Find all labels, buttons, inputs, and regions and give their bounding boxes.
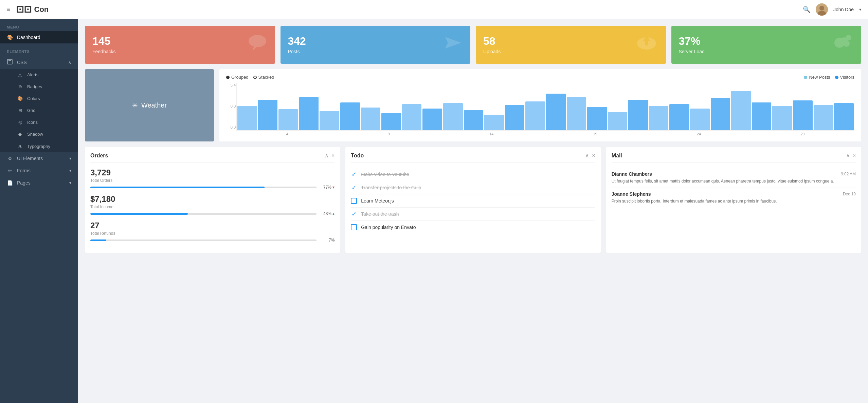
- typography-icon: A: [17, 143, 23, 149]
- stat-card-uploads: 58 Uploads: [476, 26, 666, 64]
- sidebar-item-alerts[interactable]: △ Alerts: [0, 69, 78, 81]
- topnav: ≡ ⊡⊡ Con 🔍 John Doe ▾: [0, 0, 868, 19]
- stat-value: 342: [288, 35, 306, 47]
- chart-bar: [834, 103, 854, 130]
- orders-metrics: 3,729 Total Orders 77% ▾ $7,180 Total In…: [90, 168, 334, 243]
- svg-marker-7: [445, 37, 461, 49]
- chart-right-legend: New Posts Visitors: [804, 75, 854, 80]
- chart-bar: [443, 103, 463, 130]
- metric-label: Total Refunds: [90, 231, 334, 236]
- todo-checkbox[interactable]: [351, 198, 357, 204]
- chart-bar: [484, 115, 504, 130]
- main-layout: MENU 🎨 Dashboard ELEMENTS CSS ∧ △ Alerts…: [0, 19, 868, 403]
- shadow-icon: ◆: [17, 132, 23, 137]
- chart-bar: [814, 105, 833, 130]
- stacked-label: Stacked: [258, 75, 274, 80]
- orders-close-btn[interactable]: ×: [331, 153, 334, 159]
- mail-item[interactable]: Joanne Stephens Dec 19 Proin suscipit lo…: [612, 188, 856, 208]
- grouped-legend[interactable]: Grouped: [226, 75, 249, 80]
- stat-card-left: 342 Posts: [288, 35, 306, 54]
- stat-card-feedbacks: 145 Feedbacks: [85, 26, 275, 64]
- weather-label: Weather: [141, 101, 167, 109]
- sidebar-item-label: Alerts: [27, 72, 38, 77]
- mail-items: Dianne Chambers 9:02 AM Ut feugiat tempu…: [612, 168, 856, 208]
- elements-section-label: ELEMENTS: [0, 43, 78, 56]
- user-dropdown-icon[interactable]: ▾: [859, 7, 861, 12]
- orders-title: Orders: [90, 153, 108, 159]
- mail-item[interactable]: Dianne Chambers 9:02 AM Ut feugiat tempu…: [612, 168, 856, 188]
- sidebar-item-typography[interactable]: A Typography: [0, 140, 78, 152]
- orders-panel-header: Orders ∧ ×: [90, 152, 334, 162]
- main-content: 145 Feedbacks 342 Posts: [78, 19, 868, 403]
- server-load-icon: [830, 33, 854, 57]
- order-metric: $7,180 Total Income 43% ▴: [90, 194, 334, 216]
- metric-value: $7,180: [90, 194, 334, 204]
- todo-checkbox[interactable]: [351, 224, 357, 230]
- progress-row: 77% ▾: [90, 185, 334, 190]
- y-max-label: 5.4: [226, 83, 236, 87]
- mail-header-row: Joanne Stephens Dec 19: [612, 191, 856, 197]
- sidebar-item-icons[interactable]: ◎ Icons: [0, 116, 78, 128]
- chart-bar: [772, 106, 792, 130]
- search-icon[interactable]: 🔍: [803, 6, 810, 13]
- todo-item: ✓ Transfer projects to the Gulp: [351, 181, 595, 194]
- sidebar-item-forms[interactable]: ✏ Forms ▾: [0, 165, 78, 177]
- forms-expand-icon: ▾: [69, 168, 71, 173]
- sidebar-item-label: Dashboard: [17, 35, 40, 40]
- chart-bar: [422, 109, 442, 130]
- sidebar-item-pages[interactable]: 📄 Pages ▾: [0, 177, 78, 189]
- sidebar-item-badges[interactable]: ⊕ Badges: [0, 81, 78, 93]
- stacked-legend[interactable]: Stacked: [253, 75, 274, 80]
- hamburger-icon[interactable]: ≡: [7, 6, 11, 13]
- progress-bar-bg: [90, 213, 317, 215]
- todo-collapse-btn[interactable]: ∧: [585, 152, 589, 159]
- stat-label: Posts: [288, 49, 306, 54]
- stat-value: 145: [92, 35, 115, 47]
- visitors-label: Visitors: [840, 75, 854, 80]
- metric-label: Total Income: [90, 205, 334, 209]
- sidebar-item-dashboard[interactable]: 🎨 Dashboard: [0, 31, 78, 43]
- todo-check-done[interactable]: ✓: [351, 185, 357, 191]
- feedbacks-icon: [247, 34, 268, 56]
- sidebar-item-ui-elements[interactable]: ⚙ UI Elements ▾: [0, 152, 78, 165]
- todo-text: Gain popularity on Envato: [361, 225, 416, 230]
- chart-bar: [525, 101, 545, 130]
- new-posts-legend: New Posts: [804, 75, 830, 80]
- chart-bar: [299, 97, 319, 130]
- todo-check-done[interactable]: ✓: [351, 171, 357, 177]
- new-posts-label: New Posts: [809, 75, 830, 80]
- sidebar-item-colors[interactable]: 🎨 Colors: [0, 93, 78, 104]
- metric-label: Total Orders: [90, 178, 334, 183]
- mail-close-btn[interactable]: ×: [853, 153, 856, 159]
- x-label: 4: [286, 132, 288, 136]
- mail-panel-header: Mail ∧ ×: [612, 152, 856, 162]
- forms-icon: ✏: [7, 168, 13, 173]
- mail-title: Mail: [612, 153, 622, 159]
- icons-icon: ◎: [17, 120, 23, 125]
- chart-bar: [278, 109, 298, 130]
- sidebar-item-label: Shadow: [27, 132, 43, 137]
- todo-check-done[interactable]: ✓: [351, 211, 357, 217]
- svg-rect-4: [8, 60, 11, 61]
- sidebar-item-grid[interactable]: ⊞ Grid: [0, 104, 78, 116]
- mail-collapse-btn[interactable]: ∧: [846, 152, 850, 159]
- svg-marker-6: [253, 46, 257, 51]
- orders-collapse-btn[interactable]: ∧: [325, 152, 329, 159]
- sidebar-item-css[interactable]: CSS ∧: [0, 56, 78, 69]
- chart-bar: [237, 106, 257, 130]
- todo-item: ✓ Take out the trash: [351, 208, 595, 221]
- trend-up-icon: ▴: [332, 211, 334, 216]
- todo-panel-header: Todo ∧ ×: [351, 152, 595, 162]
- sidebar-item-shadow[interactable]: ◆ Shadow: [0, 128, 78, 140]
- chart-bar: [649, 106, 669, 130]
- todo-text: Take out the trash: [361, 211, 399, 217]
- chart-bar: [464, 110, 484, 130]
- progress-row: 43% ▴: [90, 211, 334, 216]
- chart-bar: [608, 112, 628, 130]
- progress-bar-fill: [90, 187, 265, 188]
- chart-bar: [752, 102, 772, 130]
- todo-close-btn[interactable]: ×: [592, 153, 595, 159]
- weather-loading-icon: ✳: [132, 101, 138, 110]
- progress-pct: 43% ▴: [319, 211, 334, 216]
- chart-bar: [546, 94, 566, 130]
